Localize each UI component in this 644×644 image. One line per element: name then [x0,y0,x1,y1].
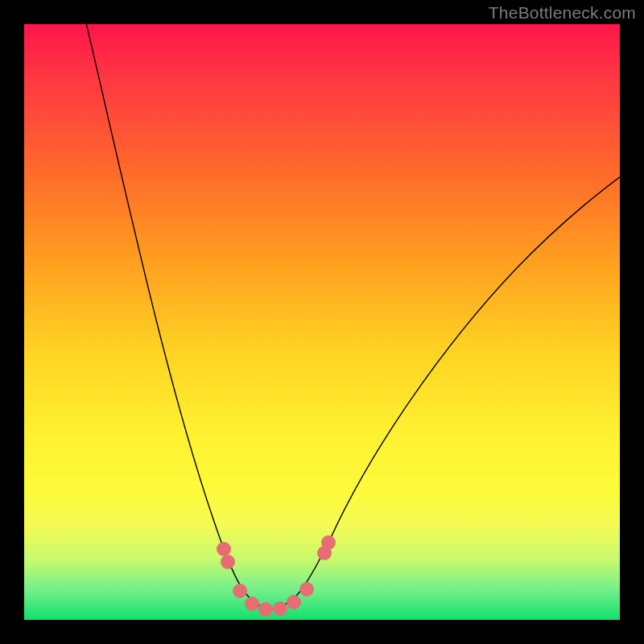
chart-frame: TheBottleneck.com [0,0,644,644]
watermark-text: TheBottleneck.com [489,3,636,23]
svg-point-1 [221,555,235,569]
plot-area [24,24,620,620]
curve-markers [217,535,336,617]
svg-point-2 [233,584,247,598]
curve-path [85,24,620,610]
svg-point-6 [287,595,301,609]
svg-point-9 [321,535,336,550]
svg-point-5 [273,601,287,616]
svg-point-7 [299,582,314,597]
svg-point-3 [245,597,259,611]
svg-point-0 [217,542,231,556]
bottleneck-curve [24,24,620,620]
svg-point-4 [258,602,273,617]
